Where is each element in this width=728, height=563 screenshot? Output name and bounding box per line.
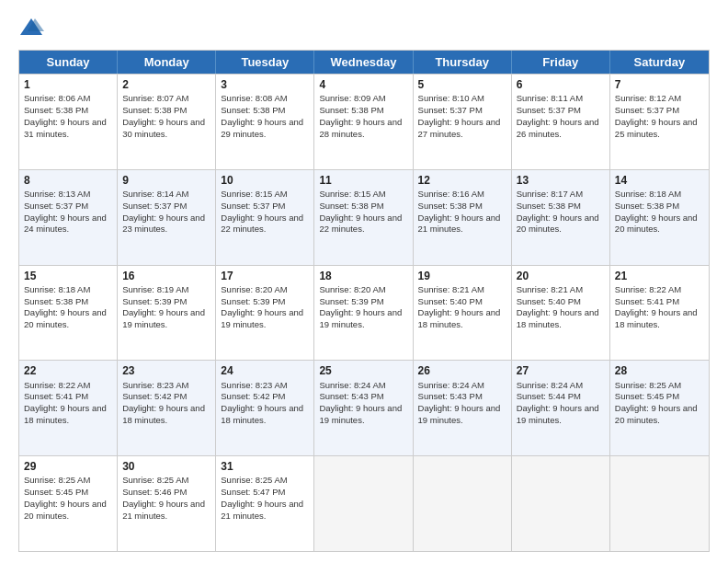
daylight-hours: Daylight: 9 hours and 20 minutes. bbox=[517, 213, 599, 235]
sunrise-time: Sunrise: 8:24 AM bbox=[517, 380, 583, 390]
daylight-hours: Daylight: 9 hours and 18 minutes. bbox=[517, 307, 599, 329]
sunset-time: Sunset: 5:37 PM bbox=[24, 201, 88, 211]
daylight-hours: Daylight: 9 hours and 18 minutes. bbox=[24, 403, 107, 425]
day-number: 21 bbox=[615, 269, 704, 283]
sunset-time: Sunset: 5:37 PM bbox=[122, 201, 187, 211]
day-number: 27 bbox=[517, 363, 605, 378]
day-number: 20 bbox=[517, 269, 605, 283]
calendar-row-4: 22Sunrise: 8:22 AMSunset: 5:41 PMDayligh… bbox=[19, 360, 709, 455]
daylight-hours: Daylight: 9 hours and 19 minutes. bbox=[122, 307, 205, 329]
calendar-cell: 5Sunrise: 8:10 AMSunset: 5:37 PMDaylight… bbox=[414, 75, 512, 169]
calendar-cell: 19Sunrise: 8:21 AMSunset: 5:40 PMDayligh… bbox=[414, 266, 512, 361]
day-number: 4 bbox=[319, 77, 407, 92]
daylight-hours: Daylight: 9 hours and 20 minutes. bbox=[615, 403, 698, 425]
day-number: 31 bbox=[221, 459, 309, 474]
daylight-hours: Daylight: 9 hours and 25 minutes. bbox=[615, 117, 698, 139]
sunrise-time: Sunrise: 8:18 AM bbox=[24, 284, 90, 294]
calendar-cell: 9Sunrise: 8:14 AMSunset: 5:37 PMDaylight… bbox=[118, 170, 216, 265]
day-number: 28 bbox=[615, 363, 704, 378]
calendar-cell: 18Sunrise: 8:20 AMSunset: 5:39 PMDayligh… bbox=[314, 266, 413, 361]
calendar-cell: 11Sunrise: 8:15 AMSunset: 5:38 PMDayligh… bbox=[314, 170, 413, 265]
calendar-body: 1Sunrise: 8:06 AMSunset: 5:38 PMDaylight… bbox=[19, 74, 709, 551]
calendar-cell: 28Sunrise: 8:25 AMSunset: 5:45 PMDayligh… bbox=[610, 361, 709, 455]
sunset-time: Sunset: 5:44 PM bbox=[517, 391, 581, 401]
daylight-hours: Daylight: 9 hours and 22 minutes. bbox=[221, 213, 303, 235]
day-number: 15 bbox=[24, 269, 112, 283]
sunrise-time: Sunrise: 8:10 AM bbox=[418, 93, 484, 103]
sunrise-time: Sunrise: 8:23 AM bbox=[122, 380, 188, 390]
weekday-header-thursday: Thursday bbox=[414, 51, 512, 74]
calendar-cell bbox=[610, 456, 709, 551]
calendar-cell: 2Sunrise: 8:07 AMSunset: 5:38 PMDaylight… bbox=[118, 75, 216, 169]
calendar-cell: 17Sunrise: 8:20 AMSunset: 5:39 PMDayligh… bbox=[216, 266, 314, 361]
sunset-time: Sunset: 5:39 PM bbox=[319, 296, 383, 306]
calendar-cell: 4Sunrise: 8:09 AMSunset: 5:38 PMDaylight… bbox=[314, 75, 413, 169]
sunset-time: Sunset: 5:43 PM bbox=[418, 391, 483, 401]
day-number: 25 bbox=[319, 363, 407, 378]
sunset-time: Sunset: 5:38 PM bbox=[24, 296, 88, 306]
calendar-cell: 6Sunrise: 8:11 AMSunset: 5:37 PMDaylight… bbox=[512, 75, 610, 169]
sunrise-time: Sunrise: 8:25 AM bbox=[221, 475, 287, 485]
weekday-header-tuesday: Tuesday bbox=[216, 51, 314, 74]
daylight-hours: Daylight: 9 hours and 29 minutes. bbox=[221, 117, 303, 139]
calendar-cell: 25Sunrise: 8:24 AMSunset: 5:43 PMDayligh… bbox=[314, 361, 413, 455]
sunrise-time: Sunrise: 8:22 AM bbox=[615, 284, 681, 294]
sunset-time: Sunset: 5:38 PM bbox=[24, 105, 88, 115]
calendar-cell: 26Sunrise: 8:24 AMSunset: 5:43 PMDayligh… bbox=[414, 361, 512, 455]
daylight-hours: Daylight: 9 hours and 18 minutes. bbox=[221, 403, 303, 425]
calendar-cell: 23Sunrise: 8:23 AMSunset: 5:42 PMDayligh… bbox=[118, 361, 216, 455]
weekday-header-sunday: Sunday bbox=[19, 51, 118, 74]
sunset-time: Sunset: 5:38 PM bbox=[517, 201, 581, 211]
calendar-cell: 13Sunrise: 8:17 AMSunset: 5:38 PMDayligh… bbox=[512, 170, 610, 265]
day-number: 29 bbox=[24, 459, 112, 474]
sunset-time: Sunset: 5:42 PM bbox=[221, 391, 285, 401]
sunset-time: Sunset: 5:45 PM bbox=[24, 487, 88, 497]
day-number: 16 bbox=[122, 269, 210, 283]
sunrise-time: Sunrise: 8:24 AM bbox=[418, 380, 484, 390]
calendar-cell: 16Sunrise: 8:19 AMSunset: 5:39 PMDayligh… bbox=[118, 266, 216, 361]
sunset-time: Sunset: 5:38 PM bbox=[122, 105, 187, 115]
sunrise-time: Sunrise: 8:25 AM bbox=[615, 380, 681, 390]
sunrise-time: Sunrise: 8:15 AM bbox=[221, 189, 287, 199]
calendar-cell: 21Sunrise: 8:22 AMSunset: 5:41 PMDayligh… bbox=[610, 266, 709, 361]
day-number: 8 bbox=[24, 173, 112, 188]
daylight-hours: Daylight: 9 hours and 18 minutes. bbox=[418, 307, 501, 329]
sunrise-time: Sunrise: 8:23 AM bbox=[221, 380, 287, 390]
calendar-cell: 8Sunrise: 8:13 AMSunset: 5:37 PMDaylight… bbox=[19, 170, 118, 265]
sunrise-time: Sunrise: 8:22 AM bbox=[24, 380, 90, 390]
calendar-cell: 3Sunrise: 8:08 AMSunset: 5:38 PMDaylight… bbox=[216, 75, 314, 169]
daylight-hours: Daylight: 9 hours and 19 minutes. bbox=[221, 307, 303, 329]
calendar-row-5: 29Sunrise: 8:25 AMSunset: 5:45 PMDayligh… bbox=[19, 455, 709, 551]
calendar-cell bbox=[314, 456, 413, 551]
calendar-cell: 30Sunrise: 8:25 AMSunset: 5:46 PMDayligh… bbox=[118, 456, 216, 551]
daylight-hours: Daylight: 9 hours and 30 minutes. bbox=[122, 117, 205, 139]
calendar-cell: 14Sunrise: 8:18 AMSunset: 5:38 PMDayligh… bbox=[610, 170, 709, 265]
sunrise-time: Sunrise: 8:19 AM bbox=[122, 284, 188, 294]
sunrise-time: Sunrise: 8:16 AM bbox=[418, 189, 484, 199]
day-number: 18 bbox=[319, 269, 407, 283]
day-number: 14 bbox=[615, 173, 704, 188]
sunrise-time: Sunrise: 8:06 AM bbox=[24, 93, 90, 103]
calendar-cell: 31Sunrise: 8:25 AMSunset: 5:47 PMDayligh… bbox=[216, 456, 314, 551]
daylight-hours: Daylight: 9 hours and 19 minutes. bbox=[418, 403, 501, 425]
calendar-header: SundayMondayTuesdayWednesdayThursdayFrid… bbox=[19, 51, 709, 74]
sunrise-time: Sunrise: 8:20 AM bbox=[319, 284, 385, 294]
daylight-hours: Daylight: 9 hours and 19 minutes. bbox=[517, 403, 599, 425]
daylight-hours: Daylight: 9 hours and 20 minutes. bbox=[615, 213, 698, 235]
day-number: 26 bbox=[418, 363, 506, 378]
day-number: 5 bbox=[418, 77, 506, 92]
sunrise-time: Sunrise: 8:25 AM bbox=[122, 475, 188, 485]
sunset-time: Sunset: 5:43 PM bbox=[319, 391, 383, 401]
sunset-time: Sunset: 5:42 PM bbox=[122, 391, 187, 401]
daylight-hours: Daylight: 9 hours and 21 minutes. bbox=[122, 499, 205, 521]
sunrise-time: Sunrise: 8:14 AM bbox=[122, 189, 188, 199]
day-number: 19 bbox=[418, 269, 506, 283]
sunrise-time: Sunrise: 8:09 AM bbox=[319, 93, 385, 103]
calendar-row-2: 8Sunrise: 8:13 AMSunset: 5:37 PMDaylight… bbox=[19, 169, 709, 265]
sunrise-time: Sunrise: 8:24 AM bbox=[319, 380, 385, 390]
sunrise-time: Sunrise: 8:15 AM bbox=[319, 189, 385, 199]
daylight-hours: Daylight: 9 hours and 24 minutes. bbox=[24, 213, 107, 235]
sunrise-time: Sunrise: 8:07 AM bbox=[122, 93, 188, 103]
sunrise-time: Sunrise: 8:21 AM bbox=[517, 284, 583, 294]
calendar-cell bbox=[512, 456, 610, 551]
